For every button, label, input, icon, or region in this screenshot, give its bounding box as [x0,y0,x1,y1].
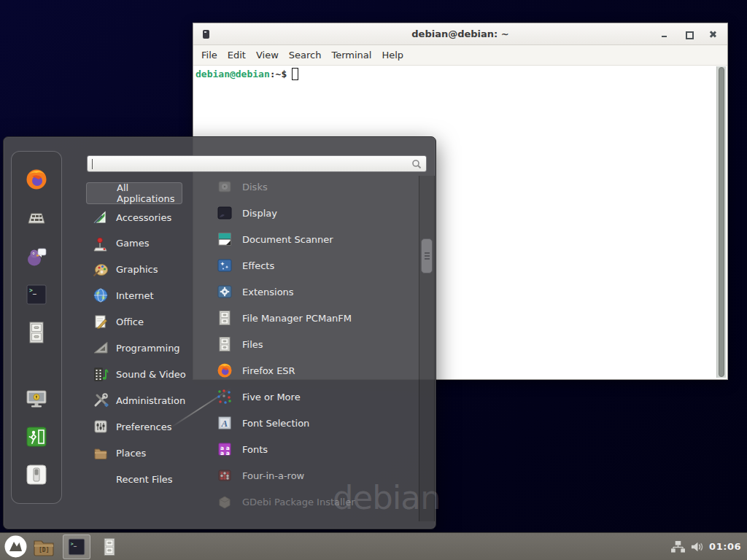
terminal-scrollbar-thumb[interactable] [719,67,724,377]
app-document-scanner[interactable]: Document Scanner [208,226,421,252]
terminal-taskbar-button[interactable]: > _ [63,534,90,559]
terminal-titlebar[interactable]: debian@debian: ~ [193,23,727,45]
terminal-prompt: debian@debian:~$ [196,68,298,80]
app-four-in-a-row[interactable]: Four-in-a-row [208,462,421,489]
distro-menu-icon [4,535,27,558]
category-office[interactable]: Office [86,311,197,332]
terminal-title: debian@debian: ~ [193,28,727,39]
app-label: Extensions [242,287,294,298]
category-games[interactable]: Games [86,232,197,254]
menu-terminal[interactable]: Terminal [331,50,371,61]
menu-file[interactable]: File [201,50,217,61]
svg-text:_: _ [74,541,77,547]
category-all-applications[interactable]: All Applications [86,182,182,204]
category-label: All Applications [117,182,182,204]
category-label: Preferences [116,421,171,432]
preferences-icon [92,418,109,435]
menu-search-box [87,155,427,172]
app-extensions[interactable]: Extensions [208,279,421,305]
terminal-cursor [292,68,298,80]
category-internet[interactable]: Internet [86,284,197,306]
gdebi-icon [216,493,233,510]
minimize-icon[interactable] [660,30,669,39]
menu-help[interactable]: Help [382,50,403,61]
menu-launcher-button[interactable] [1,534,29,559]
category-label: Graphics [116,264,158,275]
search-icon [411,159,422,169]
category-graphics[interactable]: Graphics [86,258,197,280]
category-label: Internet [116,290,154,301]
favorite-lock-screen[interactable] [24,386,49,411]
terminal-scrollbar[interactable] [716,66,726,378]
effects-icon [216,257,233,274]
category-places[interactable]: Places [86,442,197,464]
app-label: File Manager PCManFM [242,313,352,324]
app-label: Disks [242,182,268,192]
app-five-or-more[interactable]: Five or More [208,384,421,410]
font-selection-icon: A [216,414,233,432]
favorite-log-out[interactable] [24,424,49,449]
terminal-icon: > _ [66,537,87,557]
prompt-user: debian@debian [196,69,270,79]
app-display[interactable]: Display [208,200,421,226]
file-manager-launcher[interactable]: [D] [29,534,58,559]
app-file-manager-pcmanfm[interactable]: File Manager PCManFM [208,305,421,331]
file-manager-icon [216,309,233,327]
file-cabinet-icon [24,320,49,345]
app-label: Fonts [242,444,268,455]
favorite-packages[interactable] [24,205,49,230]
category-label: Recent Files [116,474,173,485]
app-list-scrollbar[interactable] [419,176,435,521]
category-label: Programming [116,343,180,354]
app-firefox-esr[interactable]: Firefox ESR [208,357,421,384]
app-label: Document Scanner [242,234,333,245]
menu-edit[interactable]: Edit [228,50,246,61]
category-sound-video[interactable]: Sound & Video [86,363,197,385]
close-icon[interactable] [708,30,717,39]
volume-icon[interactable] [690,540,704,553]
category-label: Games [116,238,149,249]
favorite-firefox[interactable] [24,167,49,192]
internet-icon [92,287,109,304]
favorite-terminal[interactable]: > _ [24,282,49,307]
five-or-more-icon [216,388,233,405]
file-cabinet-icon [100,536,119,558]
shut-down-icon [24,462,49,487]
search-input[interactable] [88,159,411,169]
favorite-file-manager[interactable] [24,320,49,345]
category-preferences[interactable]: Preferences [86,416,197,438]
category-administration[interactable]: Administration [86,389,197,411]
app-gdebi[interactable]: GDebi Package Installer [208,489,421,515]
app-label: Font Selection [242,418,309,429]
four-in-a-row-icon [216,467,233,484]
category-programming[interactable]: Programming [86,337,197,359]
svg-text:A: A [221,418,228,429]
app-list-scrollbar-thumb[interactable] [421,238,433,273]
favorite-pidgin[interactable] [24,244,49,269]
maximize-icon[interactable] [684,30,693,39]
category-label: Accessories [116,212,171,223]
network-icon[interactable] [671,540,685,553]
category-recent-files[interactable]: Recent Files [86,468,197,490]
taskbar-clock[interactable]: 01:06 [709,541,741,552]
fonts-icon: a a a a [216,440,233,458]
menu-view[interactable]: View [256,50,279,61]
extensions-icon [216,283,233,300]
app-label: GDebi Package Installer [242,497,355,508]
app-label: Firefox ESR [242,365,295,376]
files-launcher[interactable] [95,534,124,559]
programming-icon [92,339,109,357]
app-disks[interactable]: Disks [208,174,421,200]
app-effects[interactable]: Effects [208,252,421,279]
app-fonts[interactable]: a a a a Fonts [208,436,421,462]
category-accessories[interactable]: Accessories [86,206,197,228]
category-label: Office [116,316,144,327]
menu-search[interactable]: Search [289,50,322,61]
category-label: Sound & Video [116,369,186,380]
favorite-shut-down[interactable] [24,462,49,487]
app-files[interactable]: Files [208,331,421,357]
firefox-icon [216,362,233,379]
administration-icon [92,392,109,409]
app-font-selection[interactable]: A Font Selection [208,410,421,436]
svg-text:[D]: [D] [39,547,49,553]
